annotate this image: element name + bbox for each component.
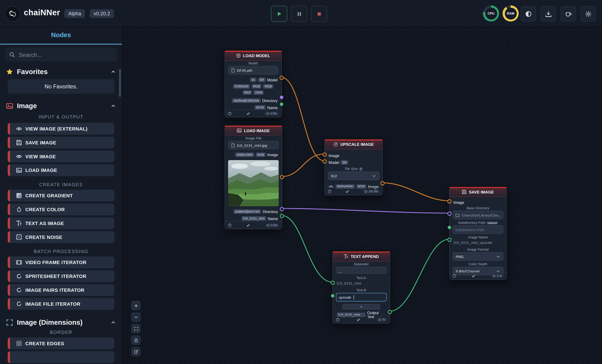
field-label: Tile Size <box>344 167 358 171</box>
separator-input[interactable]: _ <box>336 267 387 274</box>
sidebar-item-create-edges[interactable]: CREATE EDGES <box>8 337 115 349</box>
handle-text-b-input[interactable] <box>331 294 334 298</box>
sidebar-item-view-image[interactable]: VIEW IMAGE <box>8 150 115 162</box>
panel-tabs: Nodes <box>0 27 122 44</box>
directory-path: /Users/kot/Library/Clou... <box>461 213 502 217</box>
group-label: BATCH PROCESSING <box>0 249 122 254</box>
handle-image-input[interactable] <box>447 199 452 203</box>
help-icon[interactable]: ? <box>359 167 363 171</box>
disable-toggle-icon[interactable] <box>228 223 232 227</box>
add-text-input-button[interactable]: + <box>342 304 380 310</box>
tag-name: DJI_0131_mini <box>241 216 266 221</box>
node-text-append[interactable]: TEXT APPEND Separator _ Text A DJI_0131_… <box>333 251 390 323</box>
text-b-input[interactable]: upscale <box>336 293 387 301</box>
save-icon <box>462 190 467 194</box>
sidebar-item-video-frame-iterator[interactable]: VIDEO FRAME ITERATOR <box>8 257 115 268</box>
sidebar-item-create-noise[interactable]: CREATE NOISE <box>8 231 115 243</box>
tag-color-out: RGB <box>263 84 273 89</box>
node-editor-canvas[interactable]: LOAD MODEL Model DF2K.pth 4x SR Model ES… <box>122 27 602 364</box>
search-input[interactable] <box>18 51 113 58</box>
subdirectory-input[interactable]: Subdirectory Path <box>453 225 504 234</box>
download-button[interactable] <box>541 6 556 21</box>
handle-image-input[interactable] <box>322 152 327 156</box>
handle-directory-output[interactable] <box>280 207 284 211</box>
sidebar-item-text-as-image[interactable]: TEXT AS IMAGE <box>8 217 115 229</box>
image-format-select[interactable]: PNG <box>453 252 504 261</box>
sidebar-item-create-color[interactable]: CREATE COLOR <box>8 203 115 215</box>
input-value: upscale <box>339 295 351 299</box>
sidebar-item-save-image[interactable]: SAVE IMAGE <box>8 137 115 149</box>
handle-output-text[interactable] <box>388 310 392 314</box>
lock-canvas-button[interactable] <box>131 336 140 345</box>
disable-toggle-icon[interactable] <box>452 274 456 278</box>
favorites-empty: No Favorites. <box>8 79 115 94</box>
output-label: Name <box>268 216 278 221</box>
run-button[interactable] <box>271 6 287 22</box>
app-title: chaiNNer <box>24 8 60 17</box>
sidebar-scrollbar[interactable] <box>119 69 121 97</box>
image-file-input[interactable]: DJI_0131_mini.jpg <box>228 141 279 149</box>
section-favorites-header[interactable]: Favorites <box>6 67 116 77</box>
stop-button[interactable] <box>311 6 327 22</box>
handle-subdirectory-input[interactable] <box>448 225 451 229</box>
disable-toggle-icon[interactable] <box>328 189 332 193</box>
node-save-image[interactable]: SAVE IMAGE Image Base Directory /Users/k… <box>449 187 507 280</box>
settings-button[interactable] <box>580 6 596 21</box>
handle-image-name-input[interactable] <box>447 237 452 242</box>
input-value: _ <box>339 268 341 272</box>
tile-size-select[interactable]: 512 <box>328 172 379 180</box>
base-directory-input[interactable]: /Users/kot/Library/Clou... <box>453 211 504 219</box>
zoom-out-button[interactable] <box>131 312 140 322</box>
file-name: DJI_0131_mini.jpg <box>237 143 267 147</box>
node-header[interactable]: SAVE IMAGE <box>450 187 506 197</box>
model-file-input[interactable]: DF2K.pth <box>228 66 279 75</box>
disable-toggle-icon[interactable] <box>228 111 232 116</box>
valid-check-icon <box>246 223 250 227</box>
item-label: CREATE NOISE <box>25 235 62 240</box>
tag-directory: рафии/Дагестан <box>234 209 261 214</box>
disable-toggle-icon[interactable] <box>335 317 340 322</box>
sidebar-item-clipped[interactable] <box>8 351 115 363</box>
node-title: LOAD MODEL <box>243 53 270 58</box>
handle-model-output[interactable] <box>280 75 284 80</box>
clock-icon <box>378 318 381 321</box>
zoom-in-button[interactable] <box>131 301 140 310</box>
sidebar-item-spritesheet-iterator[interactable]: SPRITESHEET ITERATOR <box>8 270 115 282</box>
sidebar-item-image-file-iterator[interactable]: IMAGE FILE ITERATOR <box>8 298 115 310</box>
handle-image-output[interactable] <box>380 181 385 185</box>
kofi-button[interactable] <box>561 6 576 21</box>
handle-directory-output[interactable] <box>280 96 283 99</box>
section-image-header[interactable]: Image <box>6 101 116 111</box>
selected-value: 512 <box>331 174 337 178</box>
handle-model-input[interactable] <box>322 159 327 163</box>
handle-name-output[interactable] <box>280 214 284 218</box>
item-label: CREATE COLOR <box>25 207 65 212</box>
section-image-dimensions-header[interactable]: Image (Dimensions) <box>6 317 116 327</box>
item-label: CREATE EDGES <box>25 341 64 346</box>
pause-button[interactable] <box>291 6 307 22</box>
loop-icon <box>16 301 22 307</box>
node-header[interactable]: LOAD MODEL <box>225 51 281 61</box>
export-image-button[interactable] <box>131 347 140 356</box>
fit-view-button[interactable] <box>131 324 140 333</box>
handle-name-output[interactable] <box>280 102 283 106</box>
sidebar-item-image-pairs-iterator[interactable]: IMAGE PAIRS ITERATOR <box>8 284 115 296</box>
node-header[interactable]: UPSCALE IMAGE <box>325 140 382 149</box>
sidebar-item-view-image-external[interactable]: VIEW IMAGE (EXTERNAL) <box>8 123 115 135</box>
node-header[interactable]: TEXT APPEND <box>333 252 390 261</box>
node-load-model[interactable]: LOAD MODEL Model DF2K.pth 4x SR Model ES… <box>225 51 282 118</box>
handle-text-a-input[interactable] <box>331 280 335 285</box>
node-load-image[interactable]: LOAD IMAGE Image File DJI_0131_mini.jpg … <box>225 126 282 229</box>
tab-nodes[interactable]: Nodes <box>51 32 71 39</box>
handle-image-output[interactable] <box>280 175 284 179</box>
sidebar-item-load-image[interactable]: LOAD IMAGE <box>8 164 115 176</box>
node-title: UPSCALE IMAGE <box>340 142 374 147</box>
color-mode-toggle-button[interactable] <box>521 6 536 21</box>
tag-color-in: RGB <box>251 84 261 89</box>
handle-base-directory-input[interactable] <box>447 211 452 216</box>
node-header[interactable]: LOAD IMAGE <box>225 126 282 136</box>
edge-textappend-to-save <box>389 239 449 311</box>
sidebar-item-create-gradient[interactable]: CREATE GRADIENT <box>8 190 115 202</box>
node-upscale-image[interactable]: UPSCALE IMAGE Image Model SR Tile Size? … <box>324 139 383 195</box>
clock-icon <box>365 190 367 193</box>
